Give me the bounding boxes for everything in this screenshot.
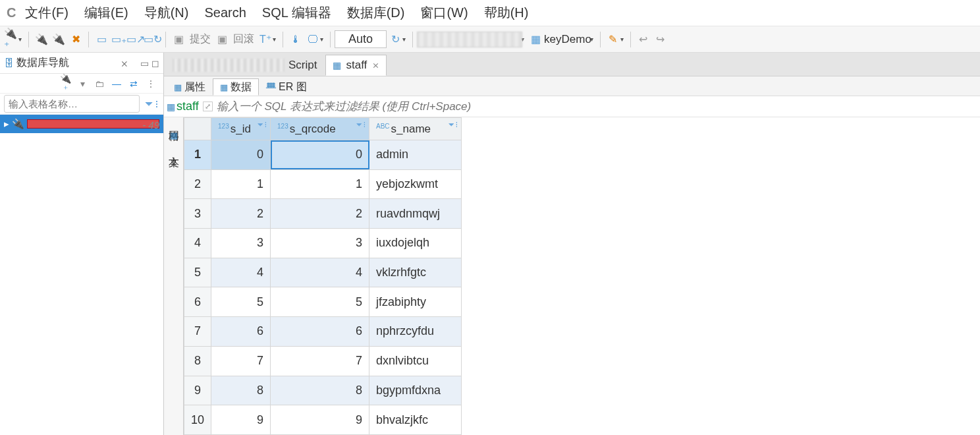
schema-breadcrumb[interactable]: keyDemo [544, 33, 591, 46]
dropdown-icon[interactable]: ▾ [590, 36, 593, 43]
row-number[interactable]: 7 [184, 317, 211, 347]
column-filter-icon[interactable]: ⏷⁝ [448, 121, 458, 129]
cell[interactable]: bgypmfdxna [369, 376, 462, 405]
cell[interactable]: 0 [271, 140, 369, 170]
cell[interactable]: 6 [271, 317, 369, 347]
view-menu-icon[interactable]: ⋮ [145, 78, 157, 89]
expand-filter-icon[interactable]: ⤢ [203, 102, 213, 111]
open-script-icon[interactable]: ▭↗ [128, 32, 143, 47]
cell[interactable]: 3 [211, 229, 271, 258]
grid-corner[interactable] [184, 118, 211, 140]
cell[interactable]: nphrzcyfdu [369, 317, 462, 347]
new-conn-small-icon[interactable]: 🔌⁺ [59, 73, 71, 94]
cell[interactable]: 7 [271, 346, 369, 376]
cell[interactable]: 4 [211, 258, 271, 287]
minimize-icon[interactable]: ▭ [140, 58, 149, 69]
cell[interactable]: yebjozkwmt [369, 169, 462, 199]
cell[interactable]: 2 [211, 199, 271, 229]
menu-help[interactable]: 帮助(H) [484, 4, 529, 22]
row-number[interactable]: 1 [184, 140, 211, 170]
cell[interactable]: 1 [211, 169, 271, 199]
menu-navigate[interactable]: 导航(N) [144, 4, 189, 22]
text-mode-icon[interactable]: ⎯ [171, 156, 177, 166]
sql-filter-input[interactable] [217, 100, 980, 113]
transaction-icon[interactable]: T⁺ [258, 32, 273, 47]
cell[interactable]: vklzrhfgtc [369, 258, 462, 287]
table-row[interactable]: 544vklzrhfgtc [184, 258, 462, 287]
dropdown-icon[interactable]: ▾ [18, 36, 22, 43]
column-header-s_qrcode[interactable]: 123s_qrcode⏷⁝ [271, 118, 369, 140]
menu-window[interactable]: 窗口(W) [420, 4, 468, 22]
plug-icon[interactable]: 🔌 [34, 32, 49, 47]
dropdown-icon[interactable]: ▾ [620, 36, 624, 43]
table-row[interactable]: 988bgypmfdxna [184, 376, 462, 405]
cell[interactable]: ruavdnmqwj [369, 199, 462, 229]
row-number[interactable]: 10 [184, 405, 211, 435]
funnel-icon[interactable]: ⏷⁝ [140, 98, 163, 109]
column-filter-icon[interactable]: ⏷⁝ [356, 121, 366, 129]
navigator-tree[interactable]: ▸ 🔌 - 49 [0, 115, 163, 435]
table-row[interactable]: 655jfzabiphty [184, 287, 462, 317]
menu-edit[interactable]: 编辑(E) [84, 4, 128, 22]
navigator-filter-input[interactable] [4, 95, 140, 113]
tab-script[interactable]: Script [165, 55, 324, 76]
subtab-properties[interactable]: ▦ 属性 [167, 78, 213, 96]
autocommit-combo[interactable]: Auto [335, 30, 387, 48]
table-row[interactable]: 100admin [184, 140, 462, 170]
recent-script-icon[interactable]: ▭↻ [146, 32, 160, 47]
cell[interactable]: 1 [271, 169, 369, 199]
row-number[interactable]: 9 [184, 376, 211, 405]
close-view-icon[interactable]: ⨯ [121, 58, 128, 69]
cell[interactable]: iuxdojelqh [369, 229, 462, 258]
cell[interactable]: jfzabiphty [369, 287, 462, 317]
table-row[interactable]: 433iuxdojelqh [184, 229, 462, 258]
menu-search[interactable]: Search [204, 5, 246, 20]
row-number[interactable]: 6 [184, 287, 211, 317]
tree-connection-row[interactable]: ▸ 🔌 [0, 115, 163, 133]
cell[interactable]: 6 [211, 317, 271, 347]
cell[interactable]: admin [369, 140, 462, 170]
cell[interactable]: 5 [271, 287, 369, 317]
column-filter-icon[interactable]: ⏷⁝ [257, 121, 267, 129]
data-grid[interactable]: 123s_id⏷⁝123s_qrcode⏷⁝ABCs_name⏷⁝ 100adm… [184, 117, 462, 435]
gauge-icon[interactable]: 🌡 [288, 32, 303, 47]
table-row[interactable]: 1099bhvalzjkfc [184, 405, 462, 435]
menu-sql-editor[interactable]: SQL 编辑器 [262, 4, 331, 22]
dropdown-icon[interactable]: ▾ [76, 78, 88, 89]
expand-arrow-icon[interactable]: ▸ [4, 118, 9, 130]
new-connection-icon[interactable]: 🔌⁺ [4, 32, 18, 47]
tab-staff[interactable]: ▦ staff ⨯ [325, 55, 387, 76]
cell[interactable]: bhvalzjkfc [369, 405, 462, 435]
maximize-icon[interactable]: ◻ [151, 58, 159, 69]
sql-editor-icon[interactable]: ▭ [94, 32, 109, 47]
cell[interactable]: 9 [211, 405, 271, 435]
menu-database[interactable]: 数据库(D) [347, 4, 405, 22]
cell[interactable]: 7 [211, 346, 271, 376]
table-row[interactable]: 877dxnlvibtcu [184, 346, 462, 376]
connection-combo-obscured[interactable] [417, 32, 522, 47]
folder-icon[interactable]: 🗀 [94, 78, 105, 89]
row-number[interactable]: 3 [184, 199, 211, 229]
subtab-er-diagram[interactable]: ᚙ ER 图 [259, 78, 314, 96]
disconnect-icon[interactable]: ✖ [68, 32, 83, 47]
column-header-s_id[interactable]: 123s_id⏷⁝ [211, 118, 271, 140]
collapse-icon[interactable]: — [111, 78, 122, 89]
dropdown-icon[interactable]: ▾ [320, 36, 323, 43]
cell[interactable]: 8 [211, 376, 271, 405]
cell[interactable]: 8 [271, 376, 369, 405]
plug-new-icon[interactable]: 🔌 [51, 32, 66, 47]
cell[interactable]: dxnlvibtcu [369, 346, 462, 376]
row-number[interactable]: 4 [184, 229, 211, 258]
grid-mode-icon[interactable]: ▦ [170, 130, 178, 140]
row-number[interactable]: 2 [184, 169, 211, 199]
cell[interactable]: 3 [271, 229, 369, 258]
cell[interactable]: 0 [211, 140, 271, 170]
column-header-s_name[interactable]: ABCs_name⏷⁝ [369, 118, 462, 140]
cell[interactable]: 2 [271, 199, 369, 229]
row-number[interactable]: 8 [184, 346, 211, 376]
dropdown-icon[interactable]: ▾ [273, 36, 276, 43]
dropdown-icon[interactable]: ▾ [402, 36, 406, 43]
cell[interactable]: 9 [271, 405, 369, 435]
sql-script-icon[interactable]: ▭₊ [111, 32, 126, 47]
cell[interactable]: 4 [271, 258, 369, 287]
